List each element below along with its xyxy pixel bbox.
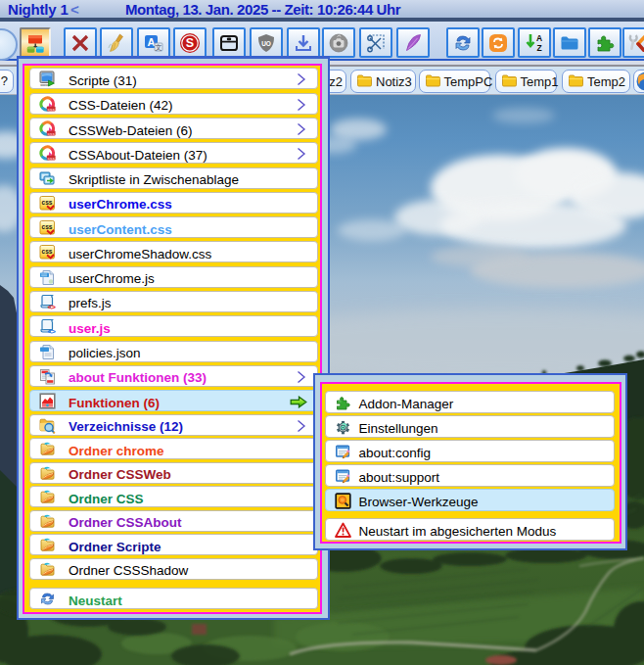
svg-text:<>: <> — [48, 327, 56, 335]
svg-text:A: A — [536, 33, 542, 43]
svg-text:css: css — [48, 106, 56, 111]
svg-text:<>: <> — [48, 302, 56, 309]
svg-text:css: css — [41, 223, 52, 230]
svg-text:S: S — [186, 36, 194, 50]
svg-text:css: css — [48, 156, 56, 161]
svg-text:css: css — [41, 198, 52, 205]
svg-text:Z: Z — [536, 43, 541, 53]
svg-text:文: 文 — [155, 42, 161, 50]
svg-text:css: css — [48, 131, 56, 136]
svg-text:css: css — [41, 248, 52, 255]
svg-text:A: A — [147, 35, 155, 47]
svg-text:UO: UO — [261, 39, 271, 46]
svg-text:www: www — [40, 83, 49, 88]
